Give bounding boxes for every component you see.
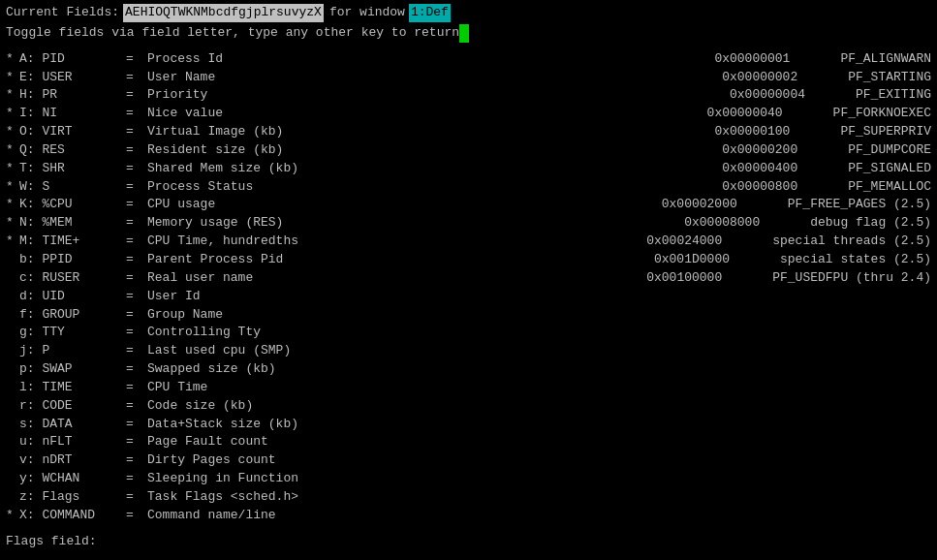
field-row: *Q: RES= Resident size (kb)0x00000200PF_… xyxy=(6,141,931,160)
field-key: l: TIME xyxy=(19,379,126,397)
field-row: l: TIME= CPU Time xyxy=(6,379,931,397)
field-star xyxy=(6,360,19,379)
field-key: W: S xyxy=(19,178,126,197)
field-flag: PF_MEMALLOC xyxy=(848,178,931,197)
field-flag: special threads (2.5) xyxy=(772,233,931,251)
field-row: r: CODE= Code size (kb) xyxy=(6,397,931,416)
field-desc: Code size (kb) xyxy=(147,397,931,416)
terminal-screen: Current Fields: AEHIOQTWKNMbcdfgjplrsuvy… xyxy=(6,4,931,550)
field-star xyxy=(6,397,19,416)
field-star: * xyxy=(6,141,19,160)
field-desc: Controlling Tty xyxy=(147,324,931,342)
field-row: g: TTY= Controlling Tty xyxy=(6,324,931,342)
field-star: * xyxy=(6,50,19,69)
field-flag: PF_SUPERPRIV xyxy=(840,123,931,141)
field-desc: CPU Time, hundredths xyxy=(147,233,627,251)
field-key: O: VIRT xyxy=(19,123,126,141)
field-desc: Memory usage (RES) xyxy=(147,214,665,233)
field-desc: Process Id xyxy=(147,50,695,69)
field-desc: Swapped size (kb) xyxy=(147,360,931,379)
field-star: * xyxy=(6,233,19,251)
field-flag: PF_FORKNOEXEC xyxy=(833,105,931,123)
field-flag: PF_SIGNALED xyxy=(848,160,931,178)
field-desc: Nice value xyxy=(147,105,688,123)
field-eq: = xyxy=(126,324,147,342)
field-row: z: Flags= Task Flags <sched.h> xyxy=(6,488,931,507)
field-row: b: PPID= Parent Process Pid0x001D0000spe… xyxy=(6,251,931,269)
header-line: Current Fields: AEHIOQTWKNMbcdfgjplrsuvy… xyxy=(6,4,931,22)
current-fields-label: Current Fields: xyxy=(6,4,119,22)
field-row: *M: TIME+= CPU Time, hundredths0x0002400… xyxy=(6,233,931,251)
field-desc: Group Name xyxy=(147,306,931,325)
field-key: K: %CPU xyxy=(19,196,126,214)
field-key: Q: RES xyxy=(19,141,126,160)
field-flag: PF_STARTING xyxy=(848,69,931,87)
field-desc: Page Fault count xyxy=(147,433,931,451)
field-row: f: GROUP= Group Name xyxy=(6,306,931,325)
field-eq: = xyxy=(126,178,147,197)
field-star xyxy=(6,251,19,269)
field-eq: = xyxy=(126,306,147,325)
field-row: *E: USER= User Name0x00000002PF_STARTING xyxy=(6,69,931,87)
field-desc: Data+Stack size (kb) xyxy=(147,416,931,434)
field-row: v: nDRT= Dirty Pages count xyxy=(6,451,931,470)
field-eq: = xyxy=(126,141,147,160)
field-flag: special states (2.5) xyxy=(780,251,931,269)
field-key: z: Flags xyxy=(19,488,126,507)
field-hex: 0x00008000 xyxy=(684,214,800,233)
field-eq: = xyxy=(126,86,147,105)
field-eq: = xyxy=(126,379,147,397)
field-star xyxy=(6,288,19,306)
field-star xyxy=(6,470,19,488)
field-star: * xyxy=(6,69,19,87)
field-key: H: PR xyxy=(19,86,126,105)
field-hex: 0x00024000 xyxy=(646,233,763,251)
field-flag: PF_FREE_PAGES (2.5) xyxy=(788,196,931,214)
field-row: *X: COMMAND= Command name/line xyxy=(6,507,931,525)
field-flag: PF_DUMPCORE xyxy=(848,141,931,160)
toggle-line: Toggle fields via field letter, type any… xyxy=(6,24,931,43)
field-hex: 0x00100000 xyxy=(646,269,763,288)
field-star: * xyxy=(6,196,19,214)
field-eq: = xyxy=(126,69,147,87)
field-desc: Dirty Pages count xyxy=(147,451,931,470)
field-key: c: RUSER xyxy=(19,269,126,288)
field-hex: 0x00002000 xyxy=(662,196,778,214)
field-row: *K: %CPU= CPU usage0x00002000PF_FREE_PAG… xyxy=(6,196,931,214)
field-desc: Resident size (kb) xyxy=(147,141,703,160)
field-star: * xyxy=(6,123,19,141)
field-key: N: %MEM xyxy=(19,214,126,233)
field-eq: = xyxy=(126,470,147,488)
field-star: * xyxy=(6,86,19,105)
field-hex: 0x00000002 xyxy=(722,69,838,87)
field-eq: = xyxy=(126,397,147,416)
field-row: u: nFLT= Page Fault count xyxy=(6,433,931,451)
field-key: T: SHR xyxy=(19,160,126,178)
field-desc: Shared Mem size (kb) xyxy=(147,160,703,178)
field-hex: 0x00000100 xyxy=(714,123,830,141)
field-eq: = xyxy=(126,288,147,306)
field-eq: = xyxy=(126,233,147,251)
field-desc: Last used cpu (SMP) xyxy=(147,342,931,360)
field-desc: User Name xyxy=(147,69,703,87)
field-eq: = xyxy=(126,488,147,507)
field-row: y: WCHAN= Sleeping in Function xyxy=(6,470,931,488)
field-eq: = xyxy=(126,342,147,360)
field-star xyxy=(6,324,19,342)
field-key: E: USER xyxy=(19,69,126,87)
field-eq: = xyxy=(126,196,147,214)
field-desc: CPU usage xyxy=(147,196,642,214)
field-star: * xyxy=(6,105,19,123)
for-window-label: for window xyxy=(329,4,405,22)
field-desc: Priority xyxy=(147,86,710,105)
field-key: v: nDRT xyxy=(19,451,126,470)
field-desc: Task Flags <sched.h> xyxy=(147,488,931,507)
field-eq: = xyxy=(126,105,147,123)
field-key: g: TTY xyxy=(19,324,126,342)
field-key: s: DATA xyxy=(19,416,126,434)
field-star: * xyxy=(6,178,19,197)
field-eq: = xyxy=(126,251,147,269)
field-key: j: P xyxy=(19,342,126,360)
field-flag: PF_ALIGNWARN xyxy=(840,50,931,69)
field-star xyxy=(6,306,19,325)
